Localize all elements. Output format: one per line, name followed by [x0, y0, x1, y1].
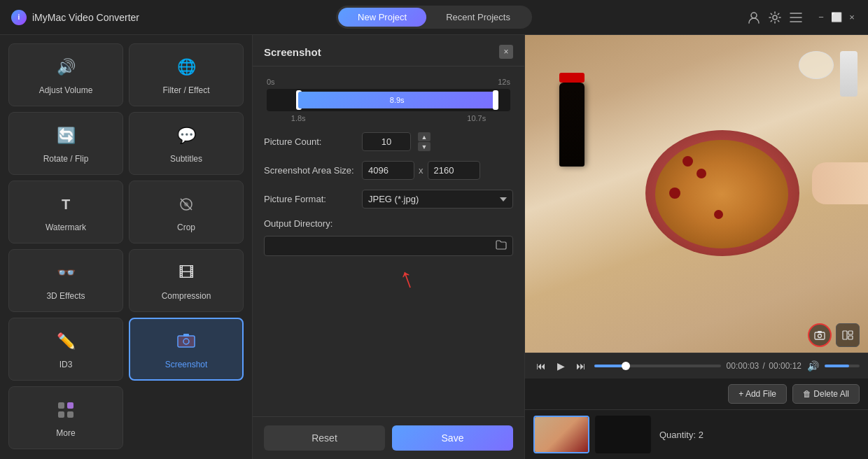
- maximize-button[interactable]: ⬜: [832, 13, 841, 22]
- delete-all-button[interactable]: 🗑 Delete All: [792, 384, 860, 404]
- picture-count-input[interactable]: [362, 132, 411, 151]
- rotate-flip-icon: 🔄: [53, 123, 78, 148]
- watermark-icon: T: [53, 192, 78, 217]
- timeline-handle-right[interactable]: [493, 90, 498, 110]
- dialog-body: 0s 12s 8.9s 1.8s 10.7s Picture Count:: [253, 66, 524, 416]
- output-directory-input[interactable]: [270, 241, 496, 251]
- titlebar: i iMyMac Video Converter New Project Rec…: [0, 0, 868, 35]
- layout-button[interactable]: [836, 323, 860, 347]
- dialog-title: Screenshot: [264, 46, 321, 58]
- sidebar-item-screenshot[interactable]: Screenshot: [129, 318, 244, 381]
- sidebar-item-crop-label: Crop: [177, 223, 195, 232]
- progress-thumb: [622, 362, 630, 370]
- volume-icon: 🔊: [807, 360, 819, 372]
- skip-forward-button[interactable]: ⏭: [573, 359, 589, 373]
- save-button[interactable]: Save: [392, 425, 513, 451]
- app-title: iMyMac Video Converter: [32, 12, 139, 23]
- screenshot-icon: [174, 329, 199, 354]
- sidebar-item-compression[interactable]: 🎞 Compression: [129, 249, 244, 312]
- file-actions-bar: + Add File 🗑 Delete All: [525, 379, 868, 410]
- screenshot-capture-button[interactable]: [808, 323, 832, 347]
- sidebar-item-adjust-volume-label: Adjust Volume: [39, 85, 93, 95]
- spinner-up-button[interactable]: ▲: [418, 132, 430, 141]
- sidebar-item-3d-effects[interactable]: 👓 3D Effects: [8, 249, 123, 312]
- size-height-input[interactable]: [428, 161, 480, 180]
- spinner-down-button[interactable]: ▼: [418, 142, 430, 151]
- sidebar: 🔊 Adjust Volume 🌐 Filter / Effect 🔄 Rota…: [0, 35, 252, 459]
- user-icon[interactable]: [748, 11, 760, 24]
- reset-button[interactable]: Reset: [264, 425, 385, 451]
- sidebar-item-watermark[interactable]: T Watermark: [8, 181, 123, 243]
- thumbnail-1[interactable]: [533, 416, 589, 453]
- sidebar-item-watermark-label: Watermark: [46, 223, 86, 232]
- sidebar-item-adjust-volume[interactable]: 🔊 Adjust Volume: [8, 43, 123, 106]
- titlebar-right: − ⬜ ×: [748, 11, 857, 24]
- size-inputs: x: [362, 161, 480, 180]
- svg-rect-11: [67, 411, 74, 418]
- app-logo: i iMyMac Video Converter: [11, 10, 139, 25]
- cola-cap: [559, 73, 584, 83]
- dialog-footer: Reset Save: [253, 416, 524, 459]
- logo-icon: i: [11, 10, 27, 25]
- video-frame: [525, 35, 868, 353]
- browse-folder-button[interactable]: [496, 240, 507, 252]
- play-button[interactable]: ▶: [554, 359, 568, 373]
- crop-icon: [174, 192, 199, 217]
- size-width-input[interactable]: [362, 161, 414, 180]
- picture-format-row: Picture Format: JPEG (*.jpg) PNG (*.png)…: [264, 190, 513, 209]
- volume-bar[interactable]: [825, 365, 860, 367]
- timeline-start-label: 0s: [267, 78, 275, 86]
- timeline-labels: 0s 12s: [267, 78, 510, 86]
- size-x-separator: x: [419, 165, 424, 176]
- more-icon: [53, 397, 78, 423]
- pepperoni-2: [669, 188, 680, 199]
- minimize-button[interactable]: −: [816, 13, 826, 22]
- svg-rect-12: [815, 332, 825, 339]
- tab-new-project[interactable]: New Project: [338, 8, 426, 27]
- thumbnails-bar: Quantity: 2: [525, 410, 868, 459]
- sidebar-item-more[interactable]: More: [8, 386, 123, 449]
- thumbnail-1-image: [535, 417, 588, 452]
- skip-back-button[interactable]: ⏮: [533, 359, 549, 373]
- sidebar-item-subtitles[interactable]: 💬 Subtitles: [129, 112, 244, 175]
- picture-format-label: Picture Format:: [264, 194, 355, 204]
- sidebar-item-id3-label: ID3: [59, 360, 73, 369]
- hand: [812, 162, 868, 204]
- sidebar-item-crop[interactable]: Crop: [129, 181, 244, 243]
- svg-rect-17: [848, 336, 853, 339]
- picture-format-select[interactable]: JPEG (*.jpg) PNG (*.png) BMP (*.bmp): [362, 190, 513, 209]
- time-separator: /: [763, 361, 765, 371]
- right-panel: ⏮ ▶ ⏭ 00:00:03 / 00:00:12 🔊 + Add File 🗑…: [525, 35, 868, 459]
- svg-point-0: [751, 13, 757, 18]
- sidebar-item-more-label: More: [56, 428, 75, 438]
- svg-rect-8: [58, 402, 64, 409]
- cola-bottle: [559, 83, 584, 167]
- close-button[interactable]: ×: [847, 13, 857, 22]
- main-content: 🔊 Adjust Volume 🌐 Filter / Effect 🔄 Rota…: [0, 35, 868, 459]
- sidebar-item-id3[interactable]: ✏️ ID3: [8, 318, 123, 381]
- id3-icon: ✏️: [53, 329, 78, 354]
- spinner-controls: ▲ ▼: [418, 132, 430, 151]
- menu-icon[interactable]: [790, 11, 802, 24]
- timeline-sublabels: 1.8s 10.7s: [267, 114, 510, 122]
- svg-point-1: [773, 15, 777, 20]
- sidebar-item-screenshot-label: Screenshot: [165, 360, 208, 369]
- screenshot-area-size-row: Screenshot Area Size: x: [264, 161, 513, 180]
- sidebar-item-rotate-flip-label: Rotate / Flip: [43, 154, 89, 164]
- progress-bar[interactable]: [594, 365, 721, 367]
- settings-icon[interactable]: [769, 11, 781, 24]
- volume-fill: [825, 365, 849, 367]
- adjust-volume-icon: 🔊: [53, 55, 78, 80]
- bowl: [799, 51, 834, 79]
- tab-recent-projects[interactable]: Recent Projects: [426, 8, 530, 27]
- timeline-left-marker: 1.8s: [291, 114, 306, 122]
- timeline-track[interactable]: 8.9s: [267, 89, 510, 111]
- thumbnail-2[interactable]: [595, 416, 651, 453]
- sidebar-item-rotate-flip[interactable]: 🔄 Rotate / Flip: [8, 112, 123, 175]
- quantity-label: Quantity: 2: [659, 430, 704, 440]
- svg-rect-5: [178, 336, 195, 347]
- sidebar-item-filter-effect[interactable]: 🌐 Filter / Effect: [129, 43, 244, 106]
- time-current: 00:00:03: [727, 361, 760, 371]
- add-file-button[interactable]: + Add File: [728, 384, 787, 404]
- dialog-close-button[interactable]: ×: [499, 45, 513, 59]
